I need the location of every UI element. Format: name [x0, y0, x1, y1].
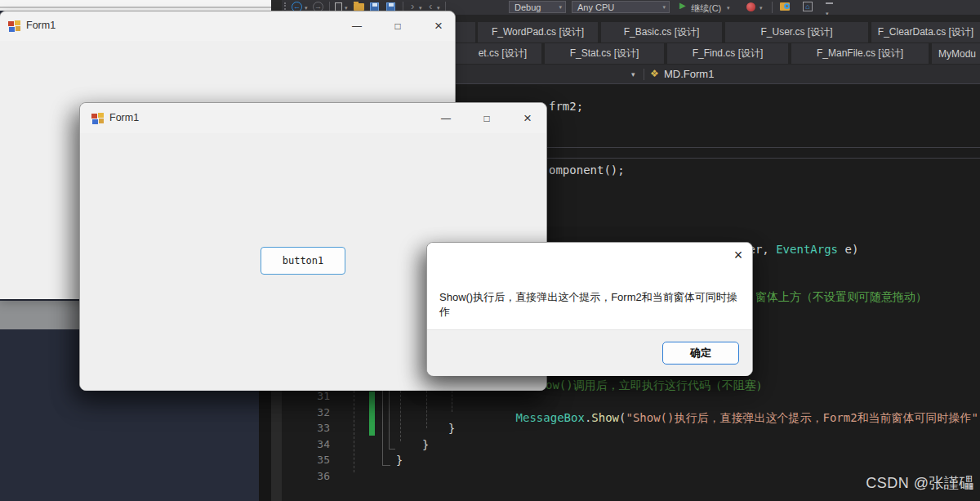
indent-guide	[452, 391, 452, 412]
solution-home-icon[interactable]: ⌂	[803, 2, 813, 11]
minimize-button[interactable]: —	[346, 16, 368, 37]
indent-guide	[354, 391, 354, 472]
platform-caret: ▾	[662, 4, 666, 11]
magnifier-ring	[784, 3, 790, 9]
continue-play-icon[interactable]: ▶	[679, 1, 686, 10]
code-comment-topmost: 窗体上方（不设置则可随意拖动）	[755, 289, 927, 305]
navbar-divider	[644, 69, 644, 80]
line-number: 35	[307, 454, 330, 466]
breakpoint-icon[interactable]	[746, 2, 755, 11]
breadcrumb-class-name[interactable]: MD.Form1	[664, 68, 714, 80]
change-tracking-bar	[369, 391, 375, 436]
watermark: CSDN @张謹礧	[866, 473, 974, 493]
ok-button[interactable]: 确定	[662, 342, 739, 365]
tab-label: F_Stat.cs [设计]	[570, 47, 639, 60]
button1[interactable]: button1	[261, 247, 345, 275]
tab-f-cleardata[interactable]: F_ClearData.cs [设计]	[871, 22, 980, 42]
tab-f-manfile[interactable]: F_ManFile.cs [设计]	[791, 43, 929, 64]
code-token-method: Show	[591, 411, 619, 424]
code-frag-initializecomponent: omponent();	[549, 163, 625, 178]
snippet-line-comment: // 关键: Show	[0, 329, 80, 329]
code-token-type: EventArgs	[776, 243, 838, 256]
save-all-slot	[389, 3, 394, 7]
form1-front-titlebar[interactable]: Form1 — □ ×	[80, 103, 546, 133]
tab-label: F_WordPad.cs [设计]	[492, 25, 584, 39]
continue-caret[interactable]: ▾	[727, 5, 730, 11]
tab-label: MyModu	[938, 48, 976, 60]
navbar-dropdown-caret[interactable]: ▾	[631, 70, 635, 78]
toolbar-separator	[772, 2, 773, 13]
tab-f-wordpad[interactable]: F_WordPad.cs [设计]	[478, 22, 598, 42]
code-comment-show: ow()调用后，立即执行这行代码（不阻塞）	[546, 378, 768, 393]
closing-brace: }	[448, 422, 455, 435]
code-token-string: "Show()执行后，直接弹出这个提示，Form2和当前窗体可同时操作"	[626, 411, 978, 424]
tab-f-user[interactable]: F_User.cs [设计]	[725, 22, 868, 42]
background-window-top-edge	[0, 0, 271, 11]
open-folder-icon[interactable]	[354, 3, 364, 11]
debug-caret: ▾	[559, 4, 562, 11]
continue-button[interactable]: 继续(C)	[691, 2, 721, 15]
closing-brace: }	[396, 454, 403, 467]
overflow-bar	[826, 2, 833, 4]
screenshot-root: ← ▾ → ▾ › ▾ ‹ ▾ Debug ▾	[0, 0, 980, 501]
line-number: 32	[307, 406, 330, 418]
messagebox-titlebar[interactable]: ×	[427, 243, 752, 272]
form1-front-title: Form1	[109, 112, 139, 123]
debug-configuration-label: Debug	[514, 2, 541, 12]
tab-label: F_User.cs [设计]	[760, 25, 832, 39]
messagebox-footer: 确定	[427, 329, 752, 376]
messagebox-message: Show()执行后，直接弹出这个提示，Form2和当前窗体可同时操作	[439, 290, 742, 320]
form1-back-title: Form1	[26, 20, 56, 31]
form1-back-titlebar[interactable]: Form1 — □ ×	[0, 11, 455, 41]
background-window-border	[0, 7, 271, 8]
save-slot	[372, 3, 377, 7]
winforms-app-icon	[91, 113, 105, 124]
tab-label: F_Basic.cs [设计]	[624, 25, 700, 39]
code-token-type: MessageBox	[516, 411, 585, 424]
tab-f-stat[interactable]: F_Stat.cs [设计]	[545, 43, 664, 64]
debug-configuration-dropdown[interactable]: Debug ▾	[509, 1, 566, 13]
indent-guide	[426, 391, 427, 428]
maximize-button[interactable]: □	[387, 16, 408, 37]
line-number: 34	[307, 438, 330, 450]
indent-guide	[400, 391, 401, 441]
line-number: 33	[307, 422, 330, 434]
find-in-files-icon[interactable]	[780, 2, 790, 11]
background-code-snippet: // 关键: Show MessageBox.S	[0, 301, 80, 329]
minimize-button[interactable]: —	[435, 108, 457, 129]
tab-f-basic[interactable]: F_Basic.cs [设计]	[601, 22, 722, 42]
close-button[interactable]: ×	[728, 244, 749, 266]
folder-flap	[354, 2, 359, 3]
close-button[interactable]: ×	[517, 108, 538, 129]
tab-label: F_ManFile.cs [设计]	[817, 47, 903, 60]
tab-mymodule[interactable]: MyModu	[932, 43, 980, 64]
code-token: e)	[838, 243, 858, 256]
maximize-button[interactable]: □	[476, 108, 497, 129]
close-button[interactable]: ×	[428, 16, 449, 37]
tab-label: et.cs [设计]	[479, 47, 527, 60]
line-number: 36	[307, 470, 330, 482]
tab-f-find[interactable]: F_Find.cs [设计]	[667, 43, 788, 64]
messagebox-dialog[interactable]: × Show()执行后，直接弹出这个提示，Form2和当前窗体可同时操作 确定	[426, 242, 753, 376]
code-frag-frm2: frm2;	[549, 99, 583, 114]
home-glyph: ⌂	[805, 3, 809, 11]
platform-dropdown[interactable]: Any CPU ▾	[572, 1, 670, 13]
closing-brace: }	[422, 438, 429, 451]
tab-label: F_ClearData.cs [设计]	[878, 25, 973, 39]
scope-bracket	[389, 391, 395, 450]
breakpoint-caret[interactable]: ▾	[760, 5, 763, 11]
tab-label: F_Find.cs [设计]	[693, 47, 764, 60]
winforms-app-icon	[8, 20, 21, 32]
class-icon: ❖	[650, 68, 659, 79]
line-number: 31	[307, 390, 330, 402]
platform-label: Any CPU	[577, 2, 614, 12]
code-line-31: MessageBox.Show("Show()执行后，直接弹出这个提示，Form…	[474, 395, 980, 441]
